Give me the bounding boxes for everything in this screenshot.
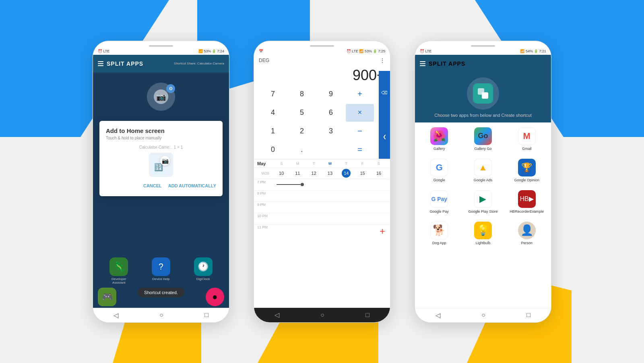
cal-day-s1: S bbox=[273, 162, 289, 166]
calc-menu-icon[interactable]: ⋮ bbox=[380, 57, 385, 64]
app-item-person[interactable]: 👤 Person bbox=[506, 218, 548, 248]
time-slot-7pm: 7 PM bbox=[254, 179, 390, 190]
lightbulb-label: Lightbulb bbox=[476, 241, 491, 245]
back-button-2[interactable]: ◁ bbox=[275, 311, 279, 319]
app-subtitle-1: Shortcut Share: Calculator-Camera bbox=[174, 62, 224, 65]
calc-top-row: DEG ⋮ bbox=[259, 57, 385, 64]
app-item-google[interactable]: G Google bbox=[418, 156, 460, 185]
recents-button-2[interactable]: □ bbox=[365, 311, 369, 319]
app-icon-2[interactable]: 🎮 bbox=[98, 288, 116, 306]
calc-btn-minus[interactable]: − bbox=[346, 122, 374, 140]
app-item-play-store[interactable]: ▶ Google Play Store bbox=[462, 187, 504, 217]
status-left-icon-1: ⏰ LTE bbox=[98, 49, 109, 53]
cal-month-label: May bbox=[257, 161, 273, 166]
app-item-lightbulb[interactable]: 💡 Lightbulb bbox=[462, 218, 504, 248]
cal-day-12[interactable]: 12 bbox=[306, 171, 322, 176]
google-opinion-icon: 🏆 bbox=[518, 159, 536, 176]
app-item-hbrecorder[interactable]: HB▶ HBRecorderExample bbox=[506, 187, 548, 217]
app-item-gallery-go[interactable]: Go Gallery Go bbox=[462, 124, 504, 154]
time-slot-9pm: 9 PM bbox=[254, 201, 390, 213]
hamburger-icon-1[interactable] bbox=[98, 61, 103, 66]
calc-btn-1[interactable]: 1 bbox=[259, 122, 287, 140]
calc-btn-2[interactable]: 2 bbox=[288, 122, 316, 140]
bottom-icon-device-help[interactable]: ? Device Help bbox=[149, 257, 173, 284]
calc-btn-9[interactable]: 9 bbox=[317, 85, 345, 103]
time-slot-10pm: 10 PM bbox=[254, 213, 390, 224]
app-item-dog[interactable]: 🐕 Dog App bbox=[418, 218, 460, 248]
cal-day-t1: T bbox=[306, 162, 322, 166]
back-button-1[interactable]: ◁ bbox=[114, 311, 118, 319]
bottom-icons-row2: 🎮 Shortcut created. ● bbox=[93, 286, 229, 308]
app-item-gallery[interactable]: 🌺 Gallery bbox=[418, 124, 460, 154]
calc-btn-multiply[interactable]: × bbox=[346, 104, 374, 122]
calc-btn-0[interactable]: 0 bbox=[259, 141, 287, 159]
status-left-2: 📅 bbox=[259, 49, 263, 53]
calc-btn-equals[interactable]: = bbox=[346, 141, 374, 159]
calc-btn-5[interactable]: 5 bbox=[288, 104, 316, 122]
add-automatically-button[interactable]: ADD AUTOMATICALLY bbox=[168, 182, 216, 190]
gallery-go-icon: Go bbox=[474, 127, 492, 145]
app-grid-inner: 🌺 Gallery Go Gallery Go M Gmail G bbox=[415, 122, 551, 250]
app-item-google-opinion[interactable]: 🏆 Google Opinion bbox=[506, 156, 548, 185]
cal-day-13[interactable]: 13 bbox=[322, 171, 338, 176]
app-item-google-ads[interactable]: ▲ Google Ads bbox=[462, 156, 504, 185]
app-icon-3[interactable]: ● bbox=[206, 288, 224, 306]
phone-speaker-1 bbox=[149, 45, 173, 47]
time-slot-8pm: 8 PM bbox=[254, 190, 390, 201]
home-button-2[interactable]: ○ bbox=[320, 311, 324, 319]
play-store-icon: ▶ bbox=[474, 190, 492, 208]
cal-time-slots: 7 PM 8 PM 9 PM 10 PM bbox=[254, 179, 390, 235]
app-title-3: SPLIT APPS bbox=[429, 60, 546, 67]
app-item-gmail[interactable]: M Gmail bbox=[506, 124, 548, 154]
cal-day-15[interactable]: 15 bbox=[354, 171, 370, 176]
google-opinion-label: Google Opinion bbox=[514, 178, 539, 182]
home-button-1[interactable]: ○ bbox=[159, 311, 163, 319]
camera-icon-preview: 📷 bbox=[160, 156, 170, 166]
dialog-label: Calculator-Came... 1 × 1 bbox=[106, 145, 216, 149]
back-button-3[interactable]: ◁ bbox=[436, 311, 440, 319]
signal-1: 📶 53% bbox=[198, 49, 211, 53]
cal-day-11[interactable]: 11 bbox=[289, 171, 305, 176]
dialog-title: Add to Home screen bbox=[106, 127, 216, 134]
calc-btn-4[interactable]: 4 bbox=[259, 104, 287, 122]
gear-icon: ⚙ bbox=[166, 84, 175, 93]
calc-btn-7[interactable]: 7 bbox=[259, 85, 287, 103]
google-icon: G bbox=[430, 159, 448, 176]
calc-btn-dot[interactable]: . bbox=[288, 141, 316, 159]
app-bar-3: SPLIT APPS bbox=[415, 55, 551, 73]
developer-icon: 🦎 bbox=[109, 257, 128, 276]
google-label: Google bbox=[433, 178, 445, 182]
time-1: 7:24 bbox=[217, 49, 224, 53]
calc-btn-8[interactable]: 8 bbox=[288, 85, 316, 103]
cal-day-s2: S bbox=[371, 162, 387, 166]
home-button-3[interactable]: ○ bbox=[481, 311, 485, 319]
cal-add-button[interactable]: + bbox=[380, 226, 385, 237]
phone3-subtitle: Choose two apps from below and Create sh… bbox=[415, 113, 551, 118]
google-pay-label: Google Pay bbox=[430, 210, 449, 214]
split-icon-circle: 📷 ⚙ bbox=[147, 83, 175, 111]
battery-1: 🔋 bbox=[212, 49, 216, 53]
status-bar-2: 📅 ⏰ LTE 📶 53% 🔋 7:25 bbox=[254, 48, 390, 55]
hamburger-icon-3[interactable] bbox=[420, 61, 425, 66]
bottom-icon-developer[interactable]: 🦎 Developer Assistant bbox=[107, 257, 131, 284]
time-label-10pm: 10 PM bbox=[257, 214, 275, 223]
recents-button-3[interactable]: □ bbox=[526, 311, 530, 319]
cal-day-16[interactable]: 16 bbox=[371, 171, 387, 176]
calc-btn-3[interactable]: 3 bbox=[317, 122, 345, 140]
phone-3: ⏰ LTE 📶 54% 🔋 7:21 SPLIT APPS bbox=[415, 41, 551, 323]
calc-display: 900+ bbox=[259, 65, 385, 85]
cal-today-cell[interactable]: 14 bbox=[338, 169, 354, 178]
phone-top-bar-1 bbox=[93, 41, 229, 48]
cancel-button[interactable]: CANCEL bbox=[143, 182, 162, 190]
calc-btn-empty bbox=[317, 141, 345, 159]
bottom-icon-digiclock[interactable]: 🕐 DigiClock bbox=[191, 257, 215, 284]
recents-button-1[interactable]: □ bbox=[204, 311, 208, 319]
cal-day-10[interactable]: 10 bbox=[273, 171, 289, 176]
calc-btn-6[interactable]: 6 bbox=[317, 104, 345, 122]
camera-icon: 📷 bbox=[154, 89, 168, 104]
calc-btn-plus-top[interactable]: + bbox=[346, 85, 374, 103]
app-item-google-pay[interactable]: G Pay Google Pay bbox=[418, 187, 460, 217]
backspace-icon: ⌫ bbox=[381, 90, 388, 95]
icon-area-circle-3 bbox=[467, 77, 499, 110]
calc-side-panel[interactable]: ⌫ ❮ bbox=[379, 71, 390, 159]
